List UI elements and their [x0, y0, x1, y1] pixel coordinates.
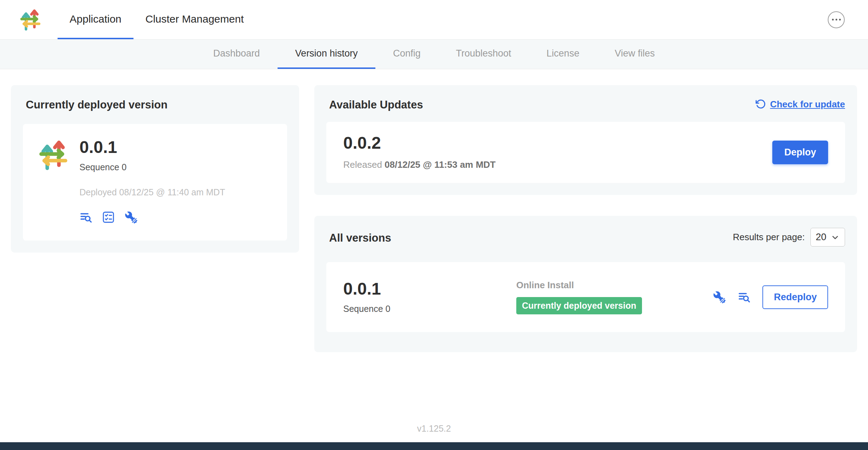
subnav-item-view-files[interactable]: View files — [597, 40, 673, 69]
right-column: Available Updates Check for update 0.0.2… — [314, 85, 857, 352]
available-updates-header: Available Updates Check for update — [326, 97, 845, 111]
top-tabs: Application Cluster Management — [58, 0, 256, 39]
refresh-icon — [755, 99, 766, 109]
released-prefix: Released — [343, 159, 382, 170]
top-tab-cluster-management[interactable]: Cluster Management — [133, 0, 256, 39]
app-logo-icon — [37, 139, 70, 171]
update-released-line: Released 08/12/25 @ 11:53 am MDT — [343, 159, 496, 170]
subnav-label-config: Config — [393, 48, 421, 59]
deployed-status-badge: Currently deployed version — [516, 297, 642, 314]
chevron-down-icon — [831, 233, 840, 242]
subnav-item-version-history[interactable]: Version history — [278, 40, 375, 69]
ellipsis-icon — [832, 19, 834, 20]
top-tab-cluster-management-label: Cluster Management — [145, 13, 244, 25]
results-per-page-label: Results per page: — [733, 232, 805, 243]
top-tab-application[interactable]: Application — [58, 0, 133, 39]
available-updates-title: Available Updates — [329, 99, 423, 111]
subnav-item-license[interactable]: License — [529, 40, 597, 69]
deployed-version-details: 0.0.1 Sequence 0 Deployed 08/12/25 @ 11:… — [79, 139, 225, 226]
top-tab-application-label: Application — [70, 13, 121, 25]
deployed-timestamp: Deployed 08/12/25 @ 11:40 am MDT — [79, 187, 225, 197]
console-version-label: v1.125.2 — [0, 424, 868, 434]
more-menu-button[interactable] — [828, 11, 845, 28]
row-version-number: 0.0.1 — [343, 280, 516, 297]
subnav-label-license: License — [547, 48, 579, 59]
released-timestamp: 08/12/25 @ 11:53 am MDT — [385, 159, 495, 170]
version-row-details: 0.0.1 Sequence 0 — [343, 280, 516, 314]
results-per-page-group: Results per page: 20 — [733, 228, 845, 247]
version-row-status: Online Install Currently deployed versio… — [516, 280, 713, 314]
subnav-item-dashboard[interactable]: Dashboard — [196, 40, 278, 69]
all-versions-header: All versions Results per page: 20 — [326, 228, 845, 247]
all-versions-title: All versions — [329, 232, 391, 244]
main-content: Currently deployed version 0.0.1 Sequenc… — [0, 69, 868, 352]
deployed-card-title: Currently deployed version — [26, 99, 287, 111]
top-navbar: Application Cluster Management — [0, 0, 868, 40]
row-sequence-label: Sequence 0 — [343, 304, 516, 314]
version-row-actions: Redeploy — [713, 285, 828, 309]
update-details: 0.0.2 Released 08/12/25 @ 11:53 am MDT — [343, 135, 496, 170]
subnav-label-dashboard: Dashboard — [213, 48, 260, 59]
redeploy-button[interactable]: Redeploy — [762, 285, 828, 309]
deployed-version-panel: 0.0.1 Sequence 0 Deployed 08/12/25 @ 11:… — [23, 124, 287, 241]
footer-bar — [0, 442, 868, 450]
results-per-page-select[interactable]: 20 — [810, 228, 845, 247]
version-row: 0.0.1 Sequence 0 Online Install Currentl… — [326, 262, 845, 332]
subnav-label-view-files: View files — [615, 48, 655, 59]
install-type-label: Online Install — [516, 280, 574, 291]
deployed-action-icons — [79, 211, 225, 224]
available-updates-card: Available Updates Check for update 0.0.2… — [314, 85, 857, 195]
results-per-page-value: 20 — [816, 232, 826, 243]
view-yaml-icon[interactable] — [102, 211, 115, 224]
subnav-item-troubleshoot[interactable]: Troubleshoot — [438, 40, 529, 69]
deployed-version-number: 0.0.1 — [79, 139, 225, 156]
subnav-label-troubleshoot: Troubleshoot — [456, 48, 511, 59]
app-subnav: Dashboard Version history Config Trouble… — [0, 40, 868, 69]
deployed-sequence-label: Sequence 0 — [79, 162, 225, 172]
update-version-number: 0.0.2 — [343, 135, 496, 152]
deploy-button[interactable]: Deploy — [772, 141, 828, 164]
all-versions-card: All versions Results per page: 20 0.0.1 … — [314, 216, 857, 352]
subnav-label-version-history: Version history — [295, 48, 358, 59]
update-row: 0.0.2 Released 08/12/25 @ 11:53 am MDT D… — [326, 122, 845, 183]
view-diff-icon[interactable] — [79, 211, 92, 224]
check-for-update-label: Check for update — [770, 99, 845, 110]
check-for-update-link[interactable]: Check for update — [755, 99, 845, 110]
view-diff-icon[interactable] — [738, 291, 750, 303]
app-logo-icon — [19, 8, 42, 31]
edit-config-icon[interactable] — [125, 211, 137, 224]
page: Application Cluster Management Dashboard… — [0, 0, 868, 450]
currently-deployed-card: Currently deployed version 0.0.1 Sequenc… — [11, 85, 299, 253]
subnav-item-config[interactable]: Config — [375, 40, 438, 69]
edit-config-icon[interactable] — [713, 291, 726, 303]
